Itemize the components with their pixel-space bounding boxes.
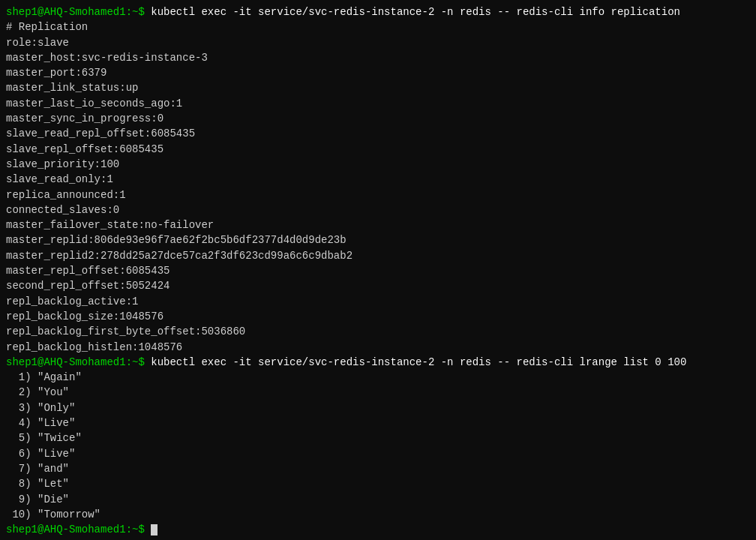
output-text: 8) "Let" (6, 478, 69, 490)
prompt: shep1@AHQ-Smohamed1:~$ (6, 356, 151, 368)
output-text: 6) "Live" (6, 448, 75, 460)
output-text: 5) "Twice" (6, 432, 82, 444)
terminal-line: repl_backlog_size:1048576 (6, 309, 750, 324)
terminal-line: 6) "Live" (6, 446, 750, 461)
output-text: slave_read_repl_offset:6085435 (6, 128, 195, 140)
output-text: replica_announced:1 (6, 189, 126, 201)
terminal-line: master_replid:806de93e96f7ae62f2bc5b6df2… (6, 232, 750, 248)
output-text: repl_backlog_first_byte_offset:5036860 (6, 326, 245, 338)
terminal-line: master_replid2:278dd25a27dce57ca2f3df623… (6, 248, 750, 263)
output-text: 2) "You" (6, 386, 69, 398)
terminal-line: shep1@AHQ-Smohamed1:~$ (6, 522, 750, 537)
terminal-line: slave_priority:100 (6, 157, 750, 172)
output-text: master_failover_state:no-failover (6, 219, 214, 231)
output-text: 1) "Again" (6, 371, 82, 383)
terminal-line: 4) "Live" (6, 416, 750, 430)
terminal-line: # Replication (6, 20, 750, 34)
output-text: repl_backlog_size:1048576 (6, 310, 164, 322)
command-text: kubectl exec -it service/svc-redis-insta… (151, 356, 686, 368)
prompt: shep1@AHQ-Smohamed1:~$ (6, 524, 151, 536)
terminal-line: master_failover_state:no-failover (6, 218, 750, 232)
terminal-line: second_repl_offset:5052424 (6, 278, 750, 293)
output-text: master_link_status:up (6, 82, 138, 94)
terminal-line: master_port:6379 (6, 65, 750, 80)
terminal-line: 8) "Let" (6, 476, 750, 491)
output-text: slave_priority:100 (6, 158, 119, 170)
terminal-line: slave_read_repl_offset:6085435 (6, 126, 750, 141)
terminal-line: 1) "Again" (6, 370, 750, 385)
terminal-line: repl_backlog_first_byte_offset:5036860 (6, 324, 750, 339)
terminal-line: 10) "Tomorrow" (6, 507, 750, 522)
terminal[interactable]: shep1@AHQ-Smohamed1:~$ kubectl exec -it … (0, 0, 756, 540)
terminal-line: master_link_status:up (6, 80, 750, 95)
terminal-line: master_sync_in_progress:0 (6, 111, 750, 126)
terminal-line: role:slave (6, 35, 750, 50)
terminal-line: 9) "Die" (6, 492, 750, 507)
terminal-line: connected_slaves:0 (6, 202, 750, 218)
terminal-line: slave_read_only:1 (6, 172, 750, 187)
output-text: master_sync_in_progress:0 (6, 112, 164, 124)
output-text: slave_repl_offset:6085435 (6, 143, 164, 155)
terminal-line: repl_backlog_active:1 (6, 294, 750, 309)
terminal-line: master_last_io_seconds_ago:1 (6, 96, 750, 111)
output-text: role:slave (6, 37, 69, 49)
prompt: shep1@AHQ-Smohamed1:~$ (6, 6, 151, 18)
terminal-line: 3) "Only" (6, 400, 750, 416)
terminal-line: shep1@AHQ-Smohamed1:~$ kubectl exec -it … (6, 4, 750, 20)
output-text: repl_backlog_active:1 (6, 296, 138, 308)
output-text: master_host:svc-redis-instance-3 (6, 52, 208, 64)
output-text: master_replid2:278dd25a27dce57ca2f3df623… (6, 250, 352, 262)
output-text: 9) "Die" (6, 494, 69, 506)
terminal-line: 7) "and" (6, 461, 750, 476)
terminal-line: replica_announced:1 (6, 188, 750, 202)
terminal-line: 2) "You" (6, 385, 750, 400)
terminal-line: slave_repl_offset:6085435 (6, 142, 750, 157)
terminal-line: master_repl_offset:6085435 (6, 263, 750, 278)
output-text: 3) "Only" (6, 402, 75, 414)
output-text: master_replid:806de93e96f7ae62f2bc5b6df2… (6, 234, 346, 246)
terminal-line: master_host:svc-redis-instance-3 (6, 50, 750, 65)
output-text: 7) "and" (6, 463, 69, 475)
command-text: kubectl exec -it service/svc-redis-insta… (151, 6, 680, 18)
output-text: 10) "Tomorrow" (6, 508, 100, 520)
terminal-line: shep1@AHQ-Smohamed1:~$ kubectl exec -it … (6, 355, 750, 370)
terminal-line: repl_backlog_histlen:1048576 (6, 340, 750, 355)
output-text: slave_read_only:1 (6, 173, 113, 185)
output-text: master_last_io_seconds_ago:1 (6, 98, 182, 110)
output-text: # Replication (6, 21, 88, 33)
output-text: master_port:6379 (6, 67, 106, 79)
output-text: second_repl_offset:5052424 (6, 280, 170, 292)
output-text: connected_slaves:0 (6, 204, 119, 216)
cursor (151, 524, 158, 536)
output-text: 4) "Live" (6, 417, 75, 429)
output-text: repl_backlog_histlen:1048576 (6, 341, 182, 353)
terminal-line: 5) "Twice" (6, 430, 750, 446)
output-text: master_repl_offset:6085435 (6, 265, 170, 277)
